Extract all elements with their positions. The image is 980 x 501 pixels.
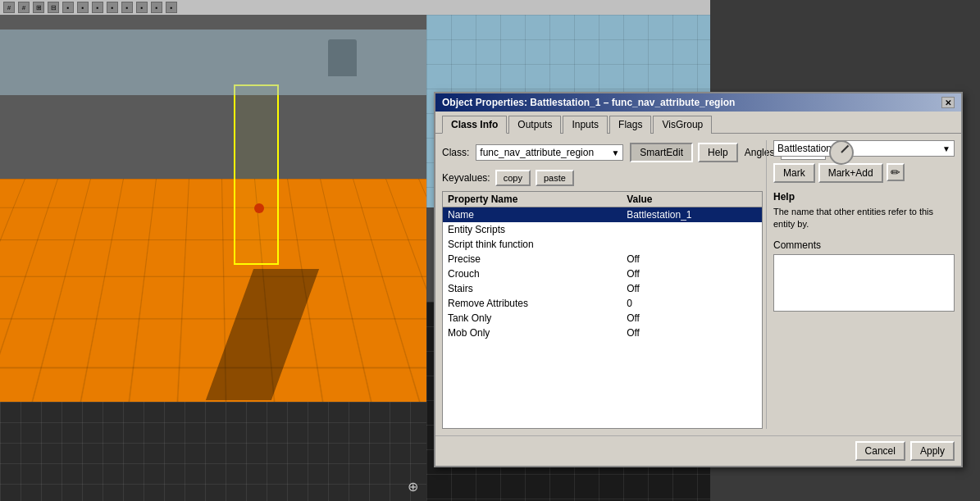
toolbar-item-6[interactable]: ▪ [77, 2, 89, 13]
paste-button[interactable]: paste [536, 170, 574, 186]
help-section-title: Help [773, 191, 955, 203]
properties-table: Property Name Value NameBattlestation_1E… [443, 192, 762, 340]
smartedit-help-row: SmartEdit Help [630, 143, 737, 162]
class-row: Class: func_nav_attribute_region ▼ Smart… [442, 140, 763, 165]
col-property-header: Property Name [443, 192, 622, 207]
dialog-titlebar: Object Properties: Battlestation_1 – fun… [435, 93, 961, 112]
tab-class-info[interactable]: Class Info [442, 116, 507, 134]
smart-edit-button[interactable]: SmartEdit [630, 143, 693, 162]
viewport-3d[interactable] [0, 15, 426, 417]
class-value: func_nav_attribute_region [480, 147, 594, 158]
cancel-button[interactable]: Cancel [855, 441, 905, 461]
property-name-cell: Script think function [443, 237, 622, 252]
property-name-cell: Name [443, 207, 622, 223]
toolbar-item-11[interactable]: ▪ [151, 2, 162, 13]
class-dropdown[interactable]: func_nav_attribute_region ▼ [476, 144, 623, 161]
property-name-cell: Stairs [443, 281, 622, 296]
col-value-header: Value [622, 192, 762, 207]
pencil-button[interactable]: ✏ [887, 163, 905, 181]
dialog-close-button[interactable]: ✕ [941, 97, 955, 108]
property-value-cell: Off [622, 311, 762, 326]
property-value-cell: Battlestation_1 [622, 207, 762, 223]
dialog-tabs: Class Info Outputs Inputs Flags VisGroup [435, 112, 961, 134]
angle-needle [841, 145, 849, 153]
map-icon: ⊕ [408, 479, 418, 494]
apply-button[interactable]: Apply [910, 441, 955, 461]
property-value-cell [622, 237, 762, 252]
dialog-right-panel: Battlestation_1 ▼ Mark Mark+Add ✏ Help T… [766, 140, 955, 429]
help-section: Help The name that other entities refer … [773, 191, 955, 231]
entity-dropdown-row: Battlestation_1 ▼ [773, 140, 955, 157]
help-button[interactable]: Help [698, 143, 738, 162]
toolbar-item-7[interactable]: ▪ [92, 2, 103, 13]
toolbar-item-10[interactable]: ▪ [136, 2, 148, 13]
dialog-body: Class: func_nav_attribute_region ▼ Smart… [435, 134, 961, 435]
comments-box[interactable] [773, 254, 955, 312]
properties-table-wrapper[interactable]: Property Name Value NameBattlestation_1E… [442, 191, 763, 429]
table-row[interactable]: PreciseOff [443, 252, 762, 266]
tab-flags[interactable]: Flags [609, 116, 651, 134]
property-value-cell: 0 [622, 296, 762, 311]
mark-add-button[interactable]: Mark+Add [818, 163, 883, 183]
property-name-cell: Remove Attributes [443, 296, 622, 311]
tab-visgroup[interactable]: VisGroup [653, 116, 712, 134]
dialog-left-panel: Class: func_nav_attribute_region ▼ Smart… [442, 140, 763, 429]
property-name-cell: Crouch [443, 266, 622, 281]
sky-area [0, 30, 426, 95]
toolbar-item-12[interactable]: ▪ [166, 2, 177, 13]
viewport-front[interactable]: ⊕ [0, 402, 426, 501]
table-row[interactable]: CrouchOff [443, 266, 762, 281]
table-row[interactable]: Script think function [443, 237, 762, 252]
property-value-cell: Off [622, 252, 762, 266]
object-properties-dialog: Object Properties: Battlestation_1 – fun… [434, 92, 963, 467]
table-row[interactable]: Entity Scripts [443, 222, 762, 237]
table-row[interactable]: Tank OnlyOff [443, 311, 762, 326]
mark-button[interactable]: Mark [773, 163, 815, 183]
keyvalues-label: Keyvalues: [442, 172, 490, 184]
property-value-cell: Off [622, 326, 762, 340]
dialog-footer: Cancel Apply [435, 435, 961, 466]
property-value-cell: Off [622, 281, 762, 296]
toolbar-item-8[interactable]: ▪ [107, 2, 118, 13]
toolbar-item-1[interactable]: # [3, 2, 15, 13]
table-row[interactable]: Remove Attributes0 [443, 296, 762, 311]
property-name-cell: Precise [443, 252, 622, 266]
property-value-cell [622, 222, 762, 237]
class-label: Class: [442, 147, 469, 158]
table-row[interactable]: Mob OnlyOff [443, 326, 762, 340]
comments-section: Comments [773, 239, 955, 312]
comments-label: Comments [773, 239, 955, 251]
red-marker [254, 203, 264, 213]
table-row[interactable]: NameBattlestation_1 [443, 207, 762, 223]
tab-inputs[interactable]: Inputs [563, 116, 608, 134]
mark-row: Mark Mark+Add ✏ [773, 163, 955, 183]
toolbar-item-3[interactable]: ⊞ [33, 2, 44, 13]
toolbar-item-2[interactable]: # [18, 2, 30, 13]
help-description: The name that other entities refer to th… [773, 206, 955, 231]
top-toolbar[interactable]: # # ⊞ ⊟ ▪ ▪ ▪ ▪ ▪ ▪ ▪ ▪ [0, 0, 710, 15]
dialog-title: Object Properties: Battlestation_1 – fun… [442, 97, 735, 108]
front-grid [0, 402, 426, 501]
keyvalues-row: Keyvalues: copy paste [442, 170, 763, 186]
angle-dial[interactable] [829, 140, 854, 165]
entity-dropdown[interactable]: Battlestation_1 ▼ [773, 140, 955, 157]
property-name-cell: Tank Only [443, 311, 622, 326]
toolbar-item-5[interactable]: ▪ [62, 2, 74, 13]
toolbar-item-9[interactable]: ▪ [121, 2, 133, 13]
class-dropdown-arrow-icon: ▼ [611, 148, 619, 157]
property-name-cell: Entity Scripts [443, 222, 622, 237]
table-row[interactable]: StairsOff [443, 281, 762, 296]
property-name-cell: Mob Only [443, 326, 622, 340]
tab-outputs[interactable]: Outputs [508, 116, 561, 134]
wireframe-selection [234, 84, 279, 265]
property-value-cell: Off [622, 266, 762, 281]
copy-button[interactable]: copy [495, 170, 531, 186]
toolbar-item-4[interactable]: ⊟ [48, 2, 59, 13]
entity-dropdown-arrow-icon: ▼ [942, 144, 950, 153]
